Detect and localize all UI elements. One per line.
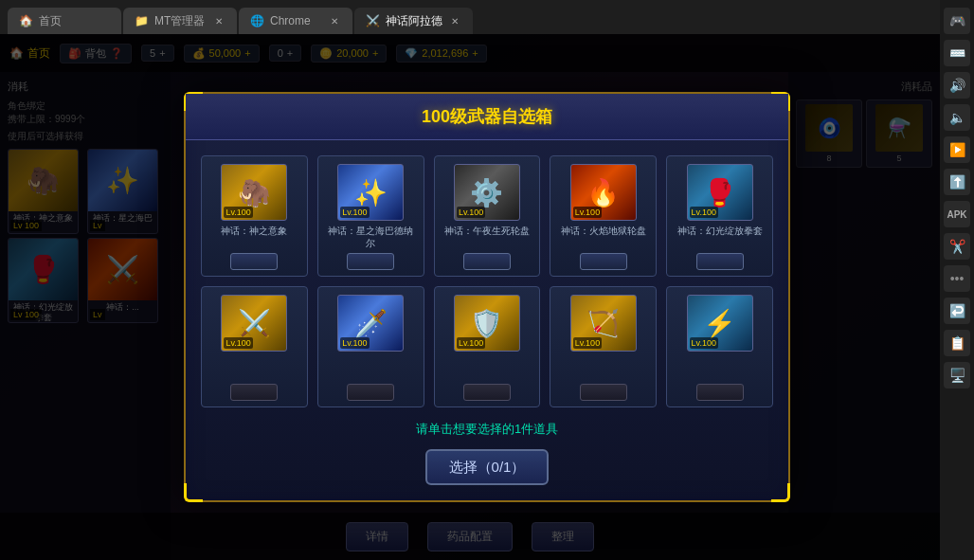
item-image-3: ⚙️ Lv.100 [454,164,520,221]
item-image-4: 🔥 Lv.100 [570,164,637,221]
rt-more-icon[interactable]: ••• [944,265,970,292]
item-slot-7[interactable]: 🗡️ Lv.100 [317,286,424,407]
tab-home[interactable]: 🏠 首页 [8,8,121,34]
rt-scissors-icon[interactable]: ✂️ [944,233,970,260]
item-lv-badge-10: Lv.100 [690,337,718,349]
rt-volume-down-icon[interactable]: 🔈 [944,104,970,131]
rt-play-icon[interactable]: ▶️ [944,136,970,163]
item-lv-badge-8: Lv.100 [457,337,485,349]
tab-mt-close[interactable]: ✕ [212,14,225,27]
rt-volume-up-icon[interactable]: 🔊 [944,72,970,99]
item-slot-8[interactable]: 🛡️ Lv.100 [434,286,541,407]
item-slot-3[interactable]: ⚙️ Lv.100 神话：午夜生死轮盘 [434,155,541,277]
item-label-1: 神话：神之意象 [221,225,287,249]
tab-chrome-label: Chrome [270,14,311,27]
item-slot-4[interactable]: 🔥 Lv.100 神话：火焰地狱轮盘 [550,155,657,277]
item-select-8[interactable] [463,384,511,401]
item-slot-1[interactable]: 🦣 Lv.100 神话：神之意象 [201,155,308,277]
right-toolbar: 🎮 ⌨️ 🔊 🔈 ▶️ ⬆️ APK ✂️ ••• ↩️ 📋 🖥️ [940,0,974,560]
modal-overlay: 100级武器自选箱 🦣 Lv.100 神话：神之意象 [0,34,974,560]
modal-header: 100级武器自选箱 [186,94,788,140]
item-slot-2[interactable]: ✨ Lv.100 神话：星之海巴德纳尔 [317,155,424,277]
item-lv-badge-2: Lv.100 [340,207,369,218]
item-slot-9[interactable]: 🏹 Lv.100 [550,286,657,407]
item-image-9: 🏹 Lv.100 [570,295,637,352]
item-slot-10[interactable]: ⚡ Lv.100 [666,286,773,407]
item-lv-badge-9: Lv.100 [573,337,602,349]
item-select-2[interactable] [347,253,394,270]
modal-hint: 请单击想要选择的1件道具 [201,421,773,438]
item-select-4[interactable] [580,253,627,270]
item-image-1: 🦣 Lv.100 [221,164,287,221]
corner-br [771,483,790,502]
item-select-3[interactable] [463,253,511,270]
tab-game-label: 神话阿拉德 [386,13,442,29]
mt-icon: 📁 [135,14,149,27]
tab-chrome-close[interactable]: ✕ [328,14,341,27]
item-lv-badge-3: Lv.100 [457,207,485,218]
item-image-8: 🛡️ Lv.100 [454,295,520,352]
modal-title: 100级武器自选箱 [422,107,552,126]
modal-dialog: 100级武器自选箱 🦣 Lv.100 神话：神之意象 [184,92,790,502]
item-slot-6[interactable]: ⚔️ Lv.100 [201,286,308,407]
rt-clipboard-icon[interactable]: 📋 [944,330,970,356]
home-icon: 🏠 [19,14,33,27]
rt-screen-icon[interactable]: 🖥️ [944,362,970,388]
item-lv-badge-1: Lv.100 [224,207,252,218]
tab-bar: 🏠 首页 📁 MT管理器 ✕ 🌐 Chrome ✕ ⚔️ 神话阿拉德 ✕ [0,0,974,34]
chrome-icon: 🌐 [250,14,264,27]
item-slot-5[interactable]: 🥊 Lv.100 神话：幻光绽放拳套 [666,155,773,277]
item-image-7: 🗡️ Lv.100 [337,295,404,352]
item-lv-badge-5: Lv.100 [690,207,718,218]
browser-frame: 🏠 首页 📁 MT管理器 ✕ 🌐 Chrome ✕ ⚔️ 神话阿拉德 ✕ 🏠 首… [0,0,974,560]
item-label-5: 神话：幻光绽放拳套 [677,225,763,249]
item-select-5[interactable] [696,253,744,270]
item-lv-badge-4: Lv.100 [573,207,602,218]
items-grid: 🦣 Lv.100 神话：神之意象 ✨ Lv.100 神话：星之海巴德纳尔 [201,155,773,407]
item-image-10: ⚡ Lv.100 [687,295,753,352]
rt-keyboard-icon[interactable]: ⌨️ [944,40,970,66]
tab-chrome[interactable]: 🌐 Chrome ✕ [239,8,352,34]
item-image-5: 🥊 Lv.100 [687,164,753,221]
item-select-9[interactable] [580,384,627,401]
corner-bl [184,483,203,502]
modal-select-button[interactable]: 选择（0/1） [425,449,549,485]
item-label-3: 神话：午夜生死轮盘 [444,225,530,249]
game-icon: ⚔️ [366,14,380,27]
item-lv-badge-6: Lv.100 [224,337,252,349]
game-area: 🏠 首页 🎒 背包 ❓ 5 + 💰 50,000 + 0 + [0,34,974,560]
item-lv-badge-7: Lv.100 [340,337,369,349]
item-select-6[interactable] [230,384,278,401]
rt-gamepad-icon[interactable]: 🎮 [944,8,970,34]
modal-body: 🦣 Lv.100 神话：神之意象 ✨ Lv.100 神话：星之海巴德纳尔 [186,140,788,500]
item-image-2: ✨ Lv.100 [337,164,404,221]
tab-game[interactable]: ⚔️ 神话阿拉德 ✕ [354,8,473,34]
item-select-7[interactable] [347,384,394,401]
tab-game-close[interactable]: ✕ [448,14,461,27]
rt-back-icon[interactable]: ↩️ [944,298,970,324]
tab-mt-label: MT管理器 [154,13,205,29]
item-label-4: 神话：火焰地狱轮盘 [561,225,646,249]
tab-home-label: 首页 [39,13,62,29]
item-image-6: ⚔️ Lv.100 [221,295,287,352]
rt-apk-button[interactable]: APK [944,201,970,227]
item-label-2: 神话：星之海巴德纳尔 [324,225,418,249]
tab-mt[interactable]: 📁 MT管理器 ✕ [123,8,237,34]
item-select-10[interactable] [696,384,744,401]
item-select-1[interactable] [230,253,278,270]
rt-upload-icon[interactable]: ⬆️ [944,169,970,195]
